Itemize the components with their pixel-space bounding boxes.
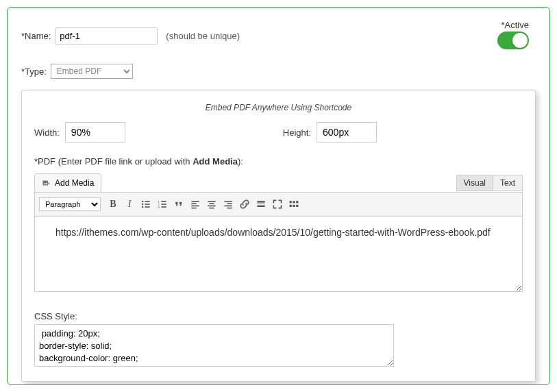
width-input[interactable]	[65, 122, 125, 143]
svg-rect-18	[208, 206, 215, 207]
css-style-block: CSS Style:	[34, 311, 523, 369]
pdf-field-label: *PDF (Enter PDF file link or upload with…	[34, 156, 523, 167]
svg-rect-15	[191, 208, 196, 209]
svg-rect-23	[227, 208, 232, 209]
type-field-block: *Type: Embed PDF	[21, 64, 536, 79]
svg-rect-10	[161, 204, 166, 205]
svg-rect-9	[161, 201, 166, 202]
height-label: Height:	[283, 127, 311, 138]
italic-button[interactable]: I	[121, 196, 138, 212]
svg-rect-32	[296, 205, 298, 207]
blockquote-button[interactable]	[171, 196, 187, 212]
name-input[interactable]	[55, 27, 158, 45]
tab-visual[interactable]: Visual	[456, 175, 493, 191]
svg-rect-20	[224, 201, 232, 202]
format-select[interactable]: Paragraph	[39, 197, 101, 211]
active-toggle[interactable]	[497, 32, 529, 49]
add-media-button[interactable]: Add Media	[34, 173, 101, 193]
editor-content[interactable]: https://ithemes.com/wp-content/uploads/d…	[34, 217, 523, 292]
align-center-button[interactable]	[203, 196, 220, 212]
pdf-label-prefix: *PDF (Enter PDF file link or upload with	[34, 156, 193, 167]
name-field-block: *Name: (should be unique)	[21, 27, 240, 45]
svg-rect-29	[296, 201, 298, 203]
svg-rect-5	[145, 206, 149, 208]
card-title: Embed PDF Anywhere Using Shortcode	[34, 103, 523, 112]
type-select[interactable]: Embed PDF	[51, 64, 133, 79]
css-style-textarea[interactable]	[34, 324, 394, 367]
height-input[interactable]	[317, 122, 377, 143]
dimensions-row: Width: Height:	[34, 122, 523, 143]
svg-rect-21	[227, 203, 232, 204]
editor-tabs: Visual Text	[457, 175, 523, 191]
active-label: *Active	[497, 20, 529, 30]
width-block: Width:	[34, 122, 125, 143]
svg-rect-14	[191, 206, 199, 207]
svg-point-0	[142, 201, 143, 202]
align-left-button[interactable]	[187, 196, 203, 212]
svg-rect-28	[293, 201, 295, 203]
active-block: *Active	[497, 20, 536, 51]
add-media-label: Add Media	[55, 178, 94, 188]
svg-rect-19	[209, 208, 214, 209]
bullet-list-button[interactable]	[138, 196, 154, 212]
tab-text[interactable]: Text	[493, 175, 523, 191]
height-block: Height:	[283, 122, 377, 143]
svg-rect-24	[257, 201, 264, 202]
svg-rect-16	[208, 201, 215, 202]
embed-card: Embed PDF Anywhere Using Shortcode Width…	[21, 90, 536, 382]
svg-rect-31	[293, 205, 295, 207]
read-more-button[interactable]	[253, 196, 269, 212]
top-row: *Name: (should be unique) *Active	[21, 20, 536, 51]
svg-rect-13	[191, 203, 196, 204]
svg-rect-3	[145, 201, 149, 202]
numbered-list-button[interactable]: 123	[154, 196, 171, 212]
svg-text:3: 3	[158, 206, 160, 209]
width-label: Width:	[34, 127, 60, 138]
css-style-label: CSS Style:	[34, 311, 523, 321]
svg-point-2	[142, 206, 143, 208]
name-label: *Name:	[21, 31, 51, 41]
settings-panel: *Name: (should be unique) *Active *Type:…	[7, 7, 550, 385]
name-hint: (should be unique)	[166, 31, 240, 41]
media-icon	[42, 178, 51, 188]
svg-rect-4	[145, 204, 149, 205]
bold-button[interactable]: B	[105, 196, 121, 212]
svg-rect-12	[191, 201, 199, 202]
pdf-label-suffix: ):	[238, 156, 243, 167]
editor-toolbar: Paragraph B I 123	[34, 192, 523, 217]
toolbar-toggle-button[interactable]	[286, 196, 302, 212]
fullscreen-button[interactable]	[269, 196, 286, 212]
svg-rect-22	[224, 206, 232, 207]
svg-rect-25	[257, 204, 264, 204]
svg-rect-30	[290, 205, 292, 207]
align-right-button[interactable]	[220, 196, 236, 212]
editor-header-row: Add Media Visual Text	[34, 173, 523, 193]
link-button[interactable]	[236, 196, 253, 212]
svg-point-1	[142, 204, 143, 205]
type-label: *Type:	[21, 66, 47, 77]
svg-rect-27	[290, 201, 292, 203]
pdf-label-bold: Add Media	[193, 156, 238, 167]
svg-rect-17	[209, 203, 214, 204]
svg-rect-26	[257, 206, 264, 207]
toggle-knob	[512, 33, 528, 48]
svg-rect-11	[161, 206, 166, 208]
